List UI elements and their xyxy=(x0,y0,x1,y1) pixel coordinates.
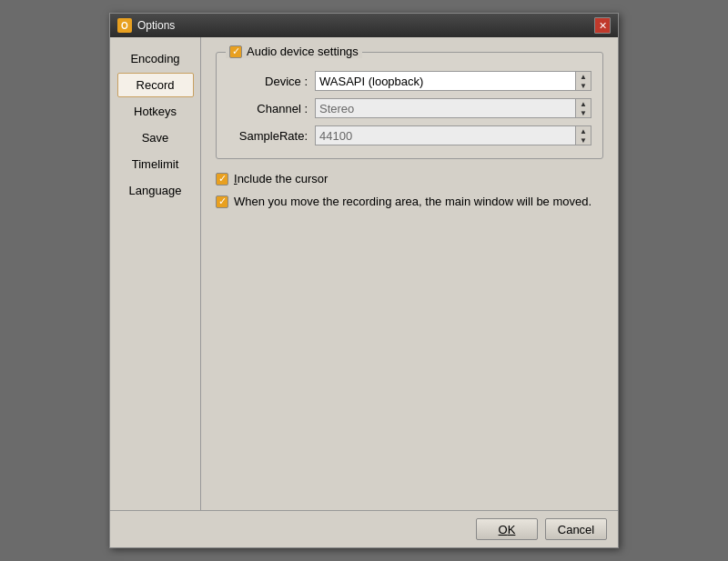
device-control: ▲ ▼ xyxy=(315,71,592,91)
samplerate-control: ▲ ▼ xyxy=(315,125,592,145)
device-spinner-up[interactable]: ▲ xyxy=(576,72,591,81)
sidebar-item-hotkeys[interactable]: Hotkeys xyxy=(117,99,194,124)
channel-label: Channel : xyxy=(228,102,315,115)
samplerate-spinner-down[interactable]: ▼ xyxy=(576,135,591,145)
sidebar-item-record[interactable]: Record xyxy=(117,73,194,97)
channel-spinner-down[interactable]: ▼ xyxy=(576,108,591,117)
options-dialog: O Options ✕ Encoding Record Hotkeys Save… xyxy=(109,13,619,548)
device-label: Device : xyxy=(228,75,315,88)
move-window-label: When you move the recording area, the ma… xyxy=(234,195,592,208)
title-bar: O Options ✕ xyxy=(110,14,618,37)
ok-label: OK xyxy=(499,523,516,536)
include-cursor-label: Include the cursor xyxy=(234,172,328,185)
sidebar-item-save[interactable]: Save xyxy=(117,125,194,150)
channel-spinner-up[interactable]: ▲ xyxy=(576,99,591,108)
audio-group-checkbox[interactable]: ✓ xyxy=(229,45,242,58)
channel-control: ▲ ▼ xyxy=(315,98,592,118)
sidebar-item-timelimit[interactable]: Timelimit xyxy=(117,152,194,176)
app-icon: O xyxy=(117,18,132,33)
device-input[interactable] xyxy=(315,71,575,91)
ok-button[interactable]: OK xyxy=(476,518,538,540)
device-row: Device : ▲ ▼ xyxy=(228,71,592,91)
samplerate-spinner: ▲ ▼ xyxy=(575,125,592,145)
samplerate-input[interactable] xyxy=(315,125,575,145)
audio-group-legend: ✓ Audio device settings xyxy=(226,45,362,58)
device-spinner: ▲ ▼ xyxy=(575,71,592,91)
move-window-checkbox[interactable]: ✓ xyxy=(216,195,228,208)
samplerate-row: SampleRate: ▲ ▼ xyxy=(228,125,592,145)
sidebar: Encoding Record Hotkeys Save Timelimit L… xyxy=(110,37,201,510)
include-cursor-checkbox[interactable]: ✓ xyxy=(216,173,228,185)
content-area: ✓ Audio device settings Device : ▲ ▼ xyxy=(201,37,618,510)
include-cursor-row: ✓ Include the cursor xyxy=(216,172,603,185)
title-bar-left: O Options xyxy=(117,18,175,33)
close-button[interactable]: ✕ xyxy=(594,17,611,34)
move-window-row: ✓ When you move the recording area, the … xyxy=(216,195,603,208)
device-spinner-down[interactable]: ▼ xyxy=(576,81,591,90)
sidebar-item-encoding[interactable]: Encoding xyxy=(117,46,194,71)
cancel-label: Cancel xyxy=(558,523,594,536)
sidebar-item-language[interactable]: Language xyxy=(117,178,194,203)
samplerate-spinner-up[interactable]: ▲ xyxy=(576,126,591,135)
cancel-button[interactable]: Cancel xyxy=(545,518,607,540)
channel-input[interactable] xyxy=(315,98,575,118)
dialog-body: Encoding Record Hotkeys Save Timelimit L… xyxy=(110,37,618,510)
window-title: Options xyxy=(137,19,175,32)
audio-device-group: ✓ Audio device settings Device : ▲ ▼ xyxy=(216,52,603,159)
channel-row: Channel : ▲ ▼ xyxy=(228,98,592,118)
dialog-footer: OK Cancel xyxy=(110,510,618,547)
samplerate-label: SampleRate: xyxy=(228,129,315,143)
channel-spinner: ▲ ▼ xyxy=(575,98,592,118)
audio-group-label: Audio device settings xyxy=(247,45,359,58)
